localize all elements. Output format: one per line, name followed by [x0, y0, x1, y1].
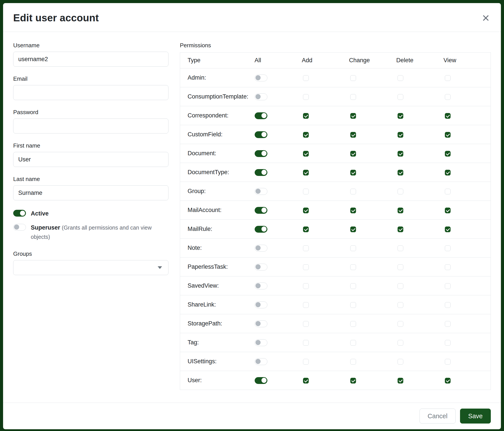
groups-select[interactable]	[13, 260, 168, 275]
permission-delete-checkbox[interactable]	[397, 245, 403, 251]
permission-add-checkbox[interactable]	[303, 151, 309, 157]
permission-row: ShareLink:	[180, 295, 491, 314]
permission-add-checkbox[interactable]	[303, 170, 309, 175]
permission-all-toggle[interactable]	[255, 245, 267, 251]
permission-change-checkbox[interactable]	[350, 245, 356, 251]
permission-all-toggle[interactable]	[255, 358, 267, 365]
username-input[interactable]	[13, 52, 168, 67]
permission-type: ShareLink:	[180, 295, 255, 314]
permission-view-checkbox[interactable]	[445, 302, 450, 308]
cancel-button[interactable]: Cancel	[420, 409, 456, 423]
permission-change-checkbox[interactable]	[350, 321, 356, 327]
permission-view-checkbox[interactable]	[445, 170, 450, 175]
permission-change-checkbox[interactable]	[350, 207, 356, 213]
permission-delete-checkbox[interactable]	[397, 283, 403, 289]
permission-add-checkbox[interactable]	[303, 189, 309, 194]
permission-delete-checkbox[interactable]	[397, 113, 403, 119]
permission-add-checkbox[interactable]	[303, 207, 309, 213]
permission-delete-checkbox[interactable]	[397, 264, 403, 270]
col-header-all: All	[255, 53, 302, 68]
permission-view-checkbox[interactable]	[445, 378, 450, 384]
permission-change-checkbox[interactable]	[350, 170, 356, 175]
permission-view-checkbox[interactable]	[445, 283, 450, 289]
permission-change-checkbox[interactable]	[350, 226, 356, 232]
permission-change-checkbox[interactable]	[350, 94, 356, 100]
permission-view-checkbox[interactable]	[445, 245, 450, 251]
permission-all-toggle[interactable]	[255, 226, 267, 233]
permission-add-checkbox[interactable]	[303, 75, 309, 81]
permission-add-checkbox[interactable]	[303, 132, 309, 138]
permission-view-checkbox[interactable]	[445, 321, 450, 327]
permission-add-checkbox[interactable]	[303, 113, 309, 119]
permission-all-toggle[interactable]	[255, 301, 267, 308]
permission-all-toggle[interactable]	[255, 112, 267, 119]
permission-add-checkbox[interactable]	[303, 359, 309, 365]
permission-delete-checkbox[interactable]	[397, 151, 403, 157]
permission-change-checkbox[interactable]	[350, 132, 356, 138]
password-field[interactable]	[13, 118, 168, 134]
permission-change-checkbox[interactable]	[350, 151, 356, 157]
permission-delete-checkbox[interactable]	[397, 359, 403, 365]
permission-delete-checkbox[interactable]	[397, 94, 403, 100]
first-name-field[interactable]	[13, 152, 168, 167]
permission-all-toggle[interactable]	[255, 320, 267, 327]
permission-change-checkbox[interactable]	[350, 75, 356, 81]
permission-all-toggle[interactable]	[255, 169, 267, 176]
permission-add-checkbox[interactable]	[303, 302, 309, 308]
permission-change-checkbox[interactable]	[350, 189, 356, 194]
permission-change-checkbox[interactable]	[350, 113, 356, 119]
permission-add-checkbox[interactable]	[303, 340, 309, 346]
permission-change-checkbox[interactable]	[350, 378, 356, 384]
permission-delete-checkbox[interactable]	[397, 170, 403, 175]
permission-delete-checkbox[interactable]	[397, 132, 403, 138]
permission-view-checkbox[interactable]	[445, 94, 450, 100]
email-field[interactable]	[13, 85, 168, 100]
permission-view-checkbox[interactable]	[445, 264, 450, 270]
permission-all-toggle[interactable]	[255, 93, 267, 100]
permission-all-toggle[interactable]	[255, 207, 267, 214]
active-toggle[interactable]	[13, 210, 26, 217]
permission-change-checkbox[interactable]	[350, 340, 356, 346]
permission-delete-checkbox[interactable]	[397, 378, 403, 384]
permission-all-toggle[interactable]	[255, 131, 267, 138]
permission-delete-checkbox[interactable]	[397, 226, 403, 232]
permission-all-toggle[interactable]	[255, 264, 267, 270]
close-icon[interactable]: ×	[481, 11, 491, 24]
permission-all-toggle[interactable]	[255, 74, 267, 81]
superuser-toggle[interactable]	[13, 224, 26, 231]
save-button[interactable]: Save	[460, 409, 491, 423]
permission-add-checkbox[interactable]	[303, 226, 309, 232]
permission-view-checkbox[interactable]	[445, 75, 450, 81]
permission-add-checkbox[interactable]	[303, 245, 309, 251]
permission-add-checkbox[interactable]	[303, 378, 309, 384]
permission-view-checkbox[interactable]	[445, 113, 450, 119]
permission-view-checkbox[interactable]	[445, 226, 450, 232]
permission-view-checkbox[interactable]	[445, 359, 450, 365]
permission-view-checkbox[interactable]	[445, 189, 450, 194]
permission-delete-checkbox[interactable]	[397, 321, 403, 327]
modal-header: Edit user account ×	[3, 3, 501, 32]
permission-add-checkbox[interactable]	[303, 321, 309, 327]
permission-add-checkbox[interactable]	[303, 94, 309, 100]
permission-add-checkbox[interactable]	[303, 264, 309, 270]
permission-delete-checkbox[interactable]	[397, 207, 403, 213]
permission-change-checkbox[interactable]	[350, 302, 356, 308]
permission-all-toggle[interactable]	[255, 283, 267, 289]
permission-change-checkbox[interactable]	[350, 359, 356, 365]
permission-delete-checkbox[interactable]	[397, 189, 403, 194]
permission-all-toggle[interactable]	[255, 377, 267, 384]
permission-view-checkbox[interactable]	[445, 340, 450, 346]
permission-delete-checkbox[interactable]	[397, 340, 403, 346]
permission-view-checkbox[interactable]	[445, 132, 450, 138]
permission-delete-checkbox[interactable]	[397, 75, 403, 81]
permission-change-checkbox[interactable]	[350, 283, 356, 289]
permission-all-toggle[interactable]	[255, 339, 267, 346]
permission-all-toggle[interactable]	[255, 188, 267, 195]
permission-all-toggle[interactable]	[255, 150, 267, 157]
last-name-field[interactable]	[13, 185, 168, 200]
permission-change-checkbox[interactable]	[350, 264, 356, 270]
permission-delete-checkbox[interactable]	[397, 302, 403, 308]
permission-add-checkbox[interactable]	[303, 283, 309, 289]
permission-view-checkbox[interactable]	[445, 151, 450, 157]
permission-view-checkbox[interactable]	[445, 207, 450, 213]
